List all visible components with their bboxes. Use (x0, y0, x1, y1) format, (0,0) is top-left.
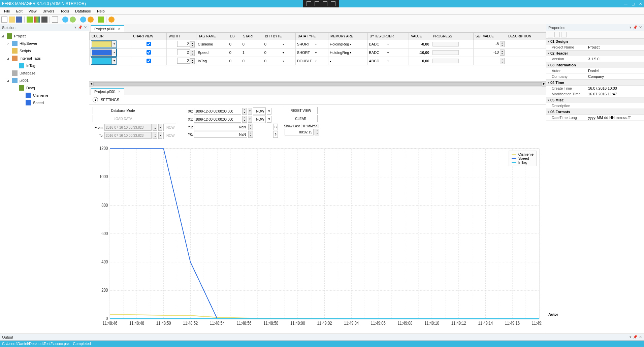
grid-row[interactable]: ▾▴▾Speed010▾SHORT▾HoldingReg▾BADC▾-10,00… (90, 49, 546, 57)
menu-view[interactable]: View (26, 8, 39, 14)
prop-row[interactable]: Create Time16.07.2016 10:00 (546, 86, 644, 91)
from-dropdown[interactable]: ▾ (158, 124, 162, 131)
setvalue-spinner[interactable]: ▴▾ (500, 50, 505, 56)
new-icon[interactable] (1, 17, 7, 23)
prop-value[interactable]: 16.07.2016 10:00 (587, 86, 644, 91)
x1-s-button[interactable]: S (267, 116, 271, 123)
bitbyte-select[interactable]: 0▾ (264, 51, 284, 55)
grid-header[interactable]: START (241, 33, 263, 40)
memory-select[interactable]: ▾ (330, 60, 351, 63)
overlay-icon[interactable] (307, 1, 311, 6)
overlay-icon[interactable] (331, 1, 335, 6)
grid-header[interactable]: BIT / BYTE (263, 33, 295, 40)
x0-s-button[interactable]: S (267, 108, 271, 115)
to-dropdown[interactable]: ▾ (158, 132, 162, 139)
width-input[interactable] (177, 41, 190, 47)
prop-row[interactable]: AutorDaniel (546, 68, 644, 74)
prop-row[interactable]: Project NameProject (546, 44, 644, 50)
memory-select[interactable]: HoldingReg▾ (330, 51, 351, 55)
bitbyte-select[interactable]: 0▾ (264, 59, 284, 63)
db-color-icon[interactable] (34, 17, 40, 23)
menu-file[interactable]: File (1, 8, 13, 14)
bitbyte-select[interactable]: 0▾ (264, 42, 284, 46)
tab-close-icon[interactable]: ✕ (118, 90, 121, 93)
grid-header[interactable]: COLOR (90, 33, 131, 40)
prop-group[interactable]: ▾06 Formats (546, 109, 644, 115)
maximize-button[interactable]: ▢ (632, 2, 635, 6)
memory-select[interactable]: HoldingReg▾ (330, 42, 351, 46)
tree-internaltags[interactable]: ◢Internal Tags (0, 55, 89, 62)
prop-group[interactable]: ▾02 Header (546, 50, 644, 56)
showlast-spinner[interactable]: ▴▾ (315, 129, 319, 135)
grid-icon[interactable] (52, 17, 58, 23)
prop-value[interactable]: Company (587, 74, 644, 79)
from-now-button[interactable]: NOW (163, 124, 176, 131)
setvalue-cell[interactable]: -10 (493, 50, 499, 54)
grid-header[interactable]: PROGRESS (431, 33, 473, 40)
prop-row[interactable]: Version3.1.5.0 (546, 56, 644, 62)
categorize-icon[interactable] (548, 32, 553, 37)
load-data-button[interactable]: LOAD DATA (93, 115, 153, 122)
x0-spinner[interactable]: ▴▾ (242, 108, 247, 115)
tree-devq[interactable]: Devq (0, 84, 89, 92)
prop-row[interactable]: DateTime Longyyyy-MM-dd HH:mm:ss.fff (546, 115, 644, 121)
grid-header[interactable]: TAG NAME (196, 33, 228, 40)
close-panel-icon[interactable]: ✕ (639, 25, 642, 30)
scroll-thumb[interactable] (93, 82, 542, 86)
prop-value[interactable] (587, 103, 644, 108)
x1-dropdown[interactable]: ▾ (248, 116, 252, 123)
bytesorder-select[interactable]: ABCD▾ (369, 59, 389, 63)
sort-icon[interactable] (554, 32, 560, 37)
scroll-right-icon[interactable]: ▶ (542, 82, 546, 87)
solution-tree[interactable]: ◢Project ▷HttpServer Scripts ◢Internal T… (0, 31, 89, 334)
color-picker[interactable]: ▾ (91, 49, 117, 56)
props-icon[interactable] (561, 32, 567, 37)
play-icon[interactable] (62, 17, 68, 23)
from-spinner[interactable]: ▴▾ (153, 124, 157, 131)
scroll-left-icon[interactable]: ◀ (89, 82, 93, 87)
clear-button[interactable]: CLEAR (284, 115, 318, 122)
prop-value[interactable]: Daniel (587, 68, 644, 73)
width-input[interactable] (177, 49, 190, 55)
tree-cisnienie[interactable]: Cisnienie (0, 92, 89, 99)
tab-close-icon[interactable]: ✕ (118, 27, 121, 31)
x1-spinner[interactable]: ▴▾ (242, 116, 247, 123)
pin-icon[interactable]: 📌 (633, 25, 638, 30)
tree-speed[interactable]: Speed (0, 99, 89, 106)
prop-value[interactable]: 16.07.2016 11:47 (587, 91, 644, 97)
chartview-checkbox[interactable] (147, 50, 151, 55)
help-icon[interactable] (108, 17, 115, 23)
grid-header[interactable]: DESCRIPTION (506, 33, 546, 40)
prop-group[interactable]: ▾01 Design (546, 38, 644, 44)
color-picker[interactable]: ▾ (91, 57, 117, 65)
database-mode-button[interactable]: Database Mode (93, 107, 153, 114)
db-icon[interactable] (27, 17, 33, 23)
menu-tools[interactable]: Tools (58, 8, 72, 14)
y0-input[interactable] (194, 131, 247, 138)
setvalue-spinner[interactable]: ▴▾ (500, 41, 505, 47)
close-panel-icon[interactable]: ✕ (84, 25, 87, 30)
grid-header[interactable]: DB (228, 33, 241, 40)
menu-help[interactable]: Help (94, 8, 107, 14)
prop-group[interactable]: ▾05 Misc (546, 97, 644, 103)
prop-value[interactable]: Project (587, 44, 644, 50)
prop-value[interactable]: 3.1.5.0 (587, 56, 644, 62)
color-picker[interactable]: ▾ (91, 40, 117, 48)
properties-grid[interactable]: ▾01 DesignProject NameProject▾02 HeaderV… (546, 38, 644, 310)
grid-header[interactable]: VALUE (409, 33, 431, 40)
y1-input[interactable] (194, 124, 247, 130)
forward-icon[interactable] (80, 17, 86, 23)
width-spinner[interactable]: ▴▾ (190, 58, 195, 64)
overlay-icon[interactable] (315, 1, 319, 6)
y0-spinner[interactable]: ▴▾ (248, 131, 253, 138)
collapse-icon[interactable]: ▴ (93, 97, 98, 102)
grid-scrollbar[interactable]: ◀ ▶ (89, 81, 546, 87)
x1-input[interactable] (194, 116, 241, 123)
chartview-checkbox[interactable] (147, 59, 151, 63)
y1-spinner[interactable]: ▴▾ (248, 124, 253, 130)
fast-icon[interactable] (88, 17, 94, 23)
datatype-select[interactable]: SHORT▾ (297, 42, 317, 46)
showlast-input[interactable] (285, 129, 314, 135)
bytesorder-select[interactable]: BADC▾ (369, 51, 389, 55)
datatype-select[interactable]: SHORT▾ (297, 51, 317, 55)
